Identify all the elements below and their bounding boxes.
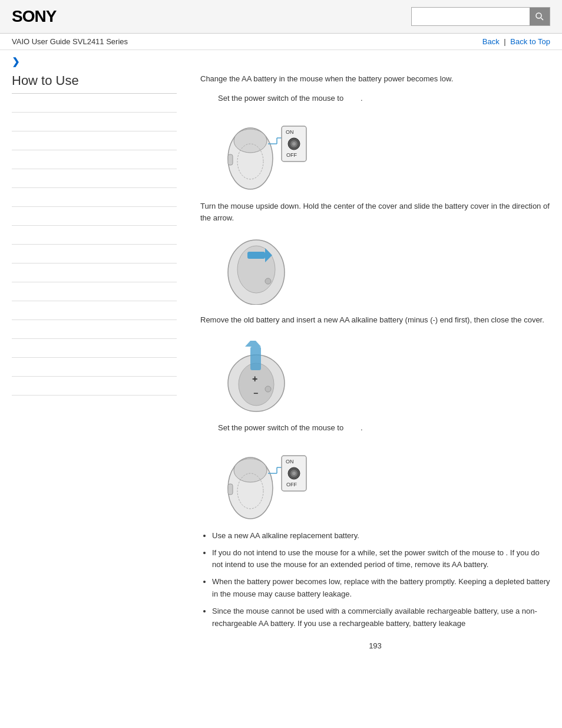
step3-text: Remove the old battery and insert a new … [200,314,550,327]
svg-text:−: − [253,388,258,398]
svg-text:ON: ON [286,459,294,465]
sidebar-link[interactable] [12,174,177,183]
sidebar-link[interactable] [12,230,177,239]
svg-point-24 [265,386,271,392]
svg-point-38 [292,472,296,475]
list-item [12,245,177,263]
nav-bar: VAIO User Guide SVL2411 Series Back | Ba… [0,34,562,50]
list-item [12,377,177,396]
list-item [12,282,177,301]
breadcrumb-arrow-icon: ❯ [12,57,19,67]
list-item [12,188,177,207]
header: SONY [0,0,562,34]
sony-logo: SONY [12,7,56,26]
diagram-mouse-bottom [218,234,550,305]
search-button[interactable] [530,8,550,25]
svg-rect-30 [228,484,233,495]
intro-text: Change the AA battery in the mouse when … [200,73,550,85]
search-icon [535,12,544,21]
step1-text: Set the power switch of the mouse to . [218,93,550,105]
svg-text:ON: ON [286,129,294,135]
svg-point-19 [265,278,271,284]
svg-text:OFF: OFF [286,152,297,158]
svg-rect-5 [228,154,233,165]
list-item: Since the mouse cannot be used with a co… [212,605,550,630]
list-item [12,169,177,188]
svg-point-13 [292,142,296,146]
sidebar-link[interactable] [12,136,177,145]
mouse-diagram-3-svg: + − [218,336,312,413]
back-to-top-link[interactable]: Back to Top [510,37,550,46]
back-link[interactable]: Back [482,37,500,46]
nav-links: Back | Back to Top [482,37,550,46]
sidebar-link[interactable] [12,381,177,390]
list-item [12,131,177,150]
mouse-diagram-1-svg: ON OFF [218,114,312,191]
list-item [12,226,177,245]
list-item [12,207,177,226]
list-item: If you do not intend to use the mouse fo… [212,547,550,572]
sidebar: How to Use [12,73,189,650]
step2-text: Turn the mouse upside down. Hold the cen… [200,200,550,225]
step4-text: Set the power switch of the mouse to . [218,422,550,434]
bullet-list: Use a new AA alkaline replacement batter… [212,530,550,630]
nav-separator: | [504,37,508,46]
list-item [12,358,177,377]
sidebar-link[interactable] [12,155,177,164]
list-item [12,263,177,282]
breadcrumb: ❯ [0,50,562,73]
list-item: When the battery power becomes low, repl… [212,576,550,601]
svg-rect-17 [247,252,265,259]
svg-point-0 [536,13,541,18]
svg-rect-25 [250,347,261,370]
svg-text:OFF: OFF [286,482,297,487]
svg-point-28 [234,459,267,482]
list-item [12,301,177,320]
mouse-diagram-4-svg: ON OFF [218,444,312,521]
sidebar-title: How to Use [12,73,177,94]
list-item [12,150,177,169]
list-item [12,320,177,339]
svg-line-1 [541,18,544,21]
main-content: How to Use Change the AA battery in the … [0,73,562,662]
sidebar-link[interactable] [12,98,177,107]
sidebar-link[interactable] [12,249,177,258]
sidebar-link[interactable] [12,306,177,315]
sidebar-links [12,94,177,396]
svg-point-3 [234,129,267,153]
page-number: 193 [200,641,550,650]
sidebar-link[interactable] [12,287,177,296]
list-item [12,94,177,113]
sidebar-link[interactable] [12,193,177,202]
mouse-diagram-2-svg [218,234,306,305]
list-item [12,339,177,358]
search-box [411,7,550,26]
diagram-mouse-switch-2: ON OFF [218,444,550,521]
list-item: Use a new AA alkaline replacement batter… [212,530,550,542]
sidebar-link[interactable] [12,268,177,277]
sidebar-link[interactable] [12,325,177,334]
search-input[interactable] [412,9,530,24]
content-area: Change the AA battery in the mouse when … [189,73,550,650]
sidebar-link[interactable] [12,117,177,126]
list-item [12,113,177,131]
sidebar-link[interactable] [12,363,177,371]
diagram-mouse-switch-1: ON OFF [218,114,550,191]
diagram-battery-insert: + − [218,336,550,413]
nav-title: VAIO User Guide SVL2411 Series [12,37,128,46]
sidebar-link[interactable] [12,344,177,353]
svg-marker-26 [245,341,261,347]
svg-text:+: + [252,374,257,384]
sidebar-link[interactable] [12,212,177,220]
